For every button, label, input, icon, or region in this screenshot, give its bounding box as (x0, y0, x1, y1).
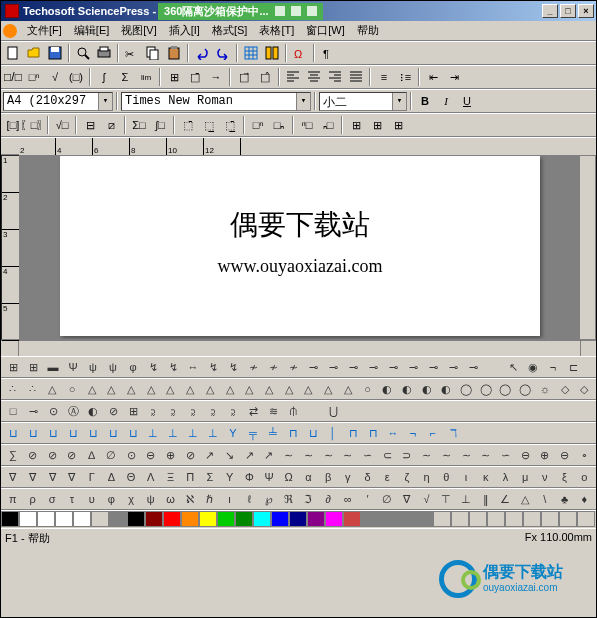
symbol-button[interactable]: Ψ (64, 361, 82, 373)
symbol-button[interactable]: │ (324, 427, 342, 439)
symbol-button[interactable]: ∽ (497, 449, 515, 462)
limit-button[interactable]: lim (136, 67, 156, 87)
symbol-button[interactable]: △ (43, 383, 61, 396)
symbol-button[interactable]: ○ (359, 383, 377, 395)
m-frac-button[interactable]: ⊟ (80, 115, 100, 135)
symbol-button[interactable]: Y (224, 427, 242, 439)
symbol-button[interactable]: ⊞ (4, 361, 22, 374)
symbol-button[interactable]: △ (103, 383, 121, 396)
symbol-button[interactable]: ∅ (103, 449, 121, 462)
symbol-button[interactable]: ρ (24, 493, 42, 505)
open-button[interactable] (24, 43, 44, 63)
symbol-button[interactable]: ℜ (280, 493, 298, 506)
symbol-button[interactable]: Ω (290, 43, 310, 63)
symbol-button[interactable]: ℑ (300, 493, 318, 506)
symbol-button[interactable]: Λ (142, 471, 160, 483)
symbol-button[interactable]: ⫛ (284, 405, 302, 417)
menu-window[interactable]: 窗口[W] (300, 21, 351, 40)
color-swatch[interactable] (559, 511, 577, 527)
symbol-button[interactable]: ↯ (164, 361, 182, 374)
symbol-button[interactable]: π (4, 493, 22, 505)
symbol-button[interactable]: ≁ (284, 361, 302, 374)
symbol-button[interactable]: ⊘ (104, 405, 122, 418)
symbol-button[interactable]: ⊂ (378, 449, 396, 462)
color-swatch[interactable] (127, 511, 145, 527)
symbol-button[interactable]: ⫈ (144, 405, 162, 417)
symbol-button[interactable]: ◯ (497, 383, 515, 396)
symbol-button[interactable]: ⊔ (124, 427, 142, 440)
symbol-button[interactable]: ∑ (4, 449, 22, 461)
symbol-button[interactable]: \ (536, 493, 554, 505)
symbol-button[interactable]: ı (221, 493, 239, 505)
color-swatch[interactable] (199, 511, 217, 527)
symbol-button[interactable]: △ (319, 383, 337, 396)
symbol-button[interactable]: ⊔ (304, 427, 322, 440)
symbol-button[interactable]: ◇ (556, 383, 574, 396)
fraction-button[interactable]: □/□ (3, 67, 23, 87)
symbol-button[interactable]: θ (437, 471, 455, 483)
vertical-scrollbar[interactable] (579, 156, 595, 339)
arrow-button[interactable]: → (206, 67, 226, 87)
sandbox-icon[interactable] (275, 6, 285, 16)
integral-button[interactable]: ∫ (94, 67, 114, 87)
color-swatch[interactable] (307, 511, 325, 527)
table-button[interactable] (241, 43, 261, 63)
color-swatch[interactable] (325, 511, 343, 527)
copy-button[interactable] (143, 43, 163, 63)
symbol-button[interactable]: ψ (104, 361, 122, 373)
symbol-button[interactable]: ∘ (575, 449, 593, 462)
symbol-button[interactable]: δ (359, 471, 377, 483)
symbol-button[interactable]: ⊥ (204, 427, 222, 440)
m-mat3-button[interactable]: ⊞ (367, 115, 387, 135)
symbol-button[interactable]: μ (516, 471, 534, 483)
symbol-button[interactable]: ↖ (504, 361, 522, 374)
symbol-button[interactable]: ◯ (477, 383, 495, 396)
symbol-button[interactable]: ∴ (4, 383, 22, 396)
symbol-button[interactable]: ν (536, 471, 554, 483)
symbol-button[interactable]: ∼ (339, 449, 357, 462)
symbol-button[interactable]: ⊔ (4, 427, 22, 440)
symbol-button[interactable]: ○ (63, 383, 81, 395)
symbol-button[interactable]: ◐ (418, 383, 436, 396)
symbol-button[interactable]: ◯ (516, 383, 534, 396)
symbol-button[interactable]: ≁ (244, 361, 262, 374)
symbol-button[interactable]: ⊖ (556, 449, 574, 462)
menu-file[interactable]: 文件[F] (21, 21, 68, 40)
symbol-button[interactable]: ⊘ (181, 449, 199, 462)
symbol-button[interactable]: φ (103, 493, 121, 505)
undo-button[interactable] (192, 43, 212, 63)
symbol-button[interactable]: ⊥ (457, 493, 475, 506)
m-sum-button[interactable]: Σ□ (129, 115, 149, 135)
underline-button[interactable]: U (457, 91, 477, 111)
color-swatch[interactable] (469, 511, 487, 527)
symbol-button[interactable]: △ (122, 383, 140, 396)
m-mat2-button[interactable]: ⊞ (346, 115, 366, 135)
symbol-button[interactable]: ↯ (204, 361, 222, 374)
m-presub-button[interactable]: ₙ□ (318, 115, 338, 135)
color-swatch[interactable] (577, 511, 595, 527)
columns-button[interactable] (262, 43, 282, 63)
m-int-button[interactable]: ∫□ (150, 115, 170, 135)
symbol-button[interactable]: ⊕ (536, 449, 554, 462)
pin-icon[interactable] (307, 6, 317, 16)
symbol-button[interactable]: ⊸ (324, 361, 342, 374)
color-swatch[interactable] (37, 511, 55, 527)
symbol-button[interactable]: ⊕ (162, 449, 180, 462)
symbol-button[interactable]: ∼ (280, 449, 298, 462)
color-swatch[interactable] (415, 511, 433, 527)
m-over-button[interactable]: ⬚̄ (178, 115, 198, 135)
symbol-button[interactable]: ∆ (83, 449, 101, 461)
symbol-button[interactable]: ◐ (437, 383, 455, 396)
symbol-button[interactable]: √ (418, 493, 436, 505)
overbar-button[interactable]: □̄ (185, 67, 205, 87)
symbol-button[interactable]: ⊥ (184, 427, 202, 440)
menu-help[interactable]: 帮助 (351, 21, 385, 40)
symbol-button[interactable]: ⫈ (184, 405, 202, 417)
color-swatch[interactable] (181, 511, 199, 527)
page-canvas[interactable]: 偶要下载站 www.ouyaoxiazai.com (20, 156, 579, 339)
symbol-button[interactable]: ⊘ (24, 449, 42, 462)
symbol-button[interactable]: ∼ (418, 449, 436, 462)
menu-view[interactable]: 视图[V] (115, 21, 162, 40)
color-swatch[interactable] (217, 511, 235, 527)
symbol-button[interactable]: β (319, 471, 337, 483)
